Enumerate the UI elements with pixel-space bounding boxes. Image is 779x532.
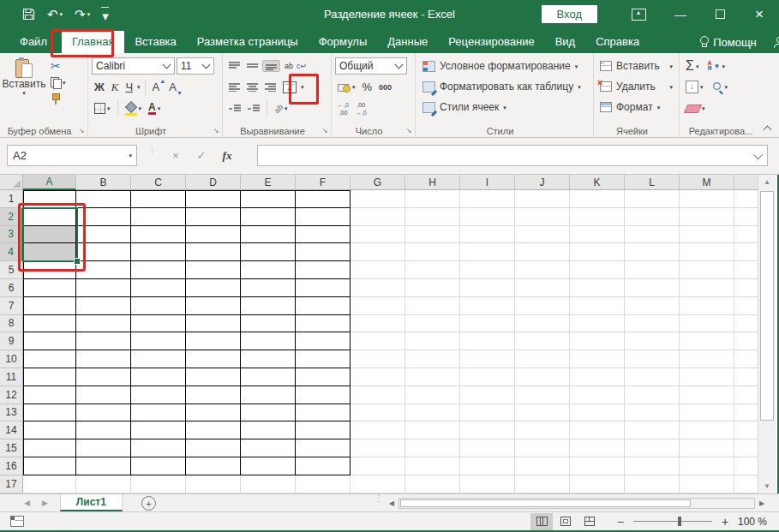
copy-button[interactable]: ▾ (48, 76, 84, 89)
number-format-select[interactable]: Общий (335, 57, 407, 75)
borders-button[interactable]: ▾ (92, 102, 113, 115)
sign-in-button[interactable]: Вход (542, 5, 597, 23)
zoom-slider-track[interactable] (633, 521, 712, 522)
cell-M6[interactable] (680, 279, 734, 297)
cell-H14[interactable] (405, 421, 460, 439)
cell-B2[interactable] (76, 208, 131, 226)
cell-A15[interactable] (23, 439, 76, 457)
cell-D3[interactable] (186, 226, 241, 244)
cell-B15[interactable] (76, 439, 131, 457)
cell-C5[interactable] (131, 261, 186, 279)
formula-bar-expand-icon[interactable] (753, 149, 763, 158)
cell-L17[interactable] (625, 475, 680, 493)
cell-I14[interactable] (460, 421, 515, 439)
cell-K13[interactable] (570, 404, 625, 422)
cell-M2[interactable] (680, 208, 734, 226)
borders-dropdown-icon[interactable]: ▾ (107, 105, 111, 111)
insert-function-button[interactable]: fx (214, 149, 240, 163)
cell-E9[interactable] (241, 332, 296, 350)
conditional-formatting-dropdown-icon[interactable]: ▾ (575, 63, 578, 69)
increase-indent-button[interactable] (245, 104, 262, 114)
font-color-dropdown-icon[interactable]: ▾ (158, 105, 161, 111)
column-header-M[interactable]: M (680, 175, 734, 190)
cell-I17[interactable] (460, 475, 515, 493)
zoom-slider-thumb[interactable] (678, 517, 681, 526)
format-painter-button[interactable] (48, 93, 84, 105)
cell-J11[interactable] (515, 368, 570, 386)
cell-E14[interactable] (241, 421, 296, 439)
cell-K17[interactable] (570, 475, 625, 493)
cell-G16[interactable] (351, 457, 405, 475)
tab-file[interactable]: Файл (5, 31, 62, 53)
cell-J14[interactable] (515, 421, 570, 439)
cell-D10[interactable] (186, 350, 241, 368)
macro-record-icon[interactable] (10, 516, 24, 527)
cell-partial-7[interactable] (734, 297, 758, 315)
cell-L6[interactable] (625, 279, 680, 297)
cell-H5[interactable] (405, 261, 460, 279)
cell-L3[interactable] (625, 226, 680, 244)
cell-styles-button[interactable]: Стили ячеек ▾ (419, 97, 590, 117)
cell-K11[interactable] (570, 368, 625, 386)
zoom-out-button[interactable]: − (614, 515, 626, 529)
cell-J4[interactable] (515, 243, 570, 261)
cell-partial-2[interactable] (734, 208, 758, 226)
cell-B13[interactable] (76, 404, 131, 422)
fill-button[interactable]: ↓▾ (683, 80, 706, 94)
align-top-button[interactable] (226, 61, 243, 71)
cell-J9[interactable] (515, 332, 570, 350)
save-icon[interactable] (22, 8, 35, 21)
cell-partial-13[interactable] (734, 404, 758, 422)
clear-button[interactable]: ▾ (683, 104, 708, 114)
cell-F13[interactable] (296, 404, 351, 422)
italic-button[interactable]: К (109, 80, 122, 95)
cell-L8[interactable] (625, 315, 680, 333)
cell-H13[interactable] (405, 404, 460, 422)
row-header-16[interactable]: 16 (0, 457, 23, 475)
cell-K12[interactable] (570, 386, 625, 404)
sheet-prev-icon[interactable]: ◀ (24, 499, 30, 507)
column-header-G[interactable]: G (351, 175, 405, 190)
cell-C1[interactable] (131, 190, 186, 208)
cell-L9[interactable] (625, 332, 680, 350)
cell-H8[interactable] (405, 315, 460, 333)
cell-D2[interactable] (186, 208, 241, 226)
cell-F11[interactable] (296, 368, 351, 386)
cell-J16[interactable] (515, 457, 570, 475)
cell-J6[interactable] (515, 279, 570, 297)
cell-A2[interactable] (23, 208, 76, 226)
formula-input[interactable] (257, 145, 768, 166)
cell-A10[interactable] (23, 350, 76, 368)
share-button[interactable]: Поделиться (765, 31, 779, 53)
cell-E2[interactable] (241, 208, 296, 226)
cell-C13[interactable] (131, 404, 186, 422)
cell-B17[interactable] (76, 475, 131, 493)
cell-L11[interactable] (625, 368, 680, 386)
align-bottom-button[interactable] (262, 60, 280, 72)
cell-H7[interactable] (405, 297, 460, 315)
cell-partial-1[interactable] (734, 190, 758, 208)
row-header-2[interactable]: 2 (0, 208, 23, 226)
row-header-1[interactable]: 1 (0, 190, 23, 208)
zoom-level[interactable]: 100 % (733, 516, 767, 528)
minimize-button[interactable]: — (661, 0, 700, 28)
row-header-3[interactable]: 3 (0, 226, 23, 244)
cell-E1[interactable] (241, 190, 296, 208)
cell-B5[interactable] (76, 261, 131, 279)
cell-G15[interactable] (351, 439, 405, 457)
cell-E13[interactable] (241, 404, 296, 422)
cell-A4[interactable] (23, 243, 76, 261)
cell-L5[interactable] (625, 261, 680, 279)
cell-D13[interactable] (186, 404, 241, 422)
vertical-scrollbar[interactable]: ▲ ▼ (758, 175, 776, 493)
cell-H10[interactable] (405, 350, 460, 368)
cell-F6[interactable] (296, 279, 351, 297)
alignment-dialog-launcher[interactable]: ↘ (321, 127, 329, 135)
column-header-E[interactable]: E (241, 175, 296, 190)
wrap-text-button[interactable]: abc↵ (282, 62, 309, 70)
cell-E11[interactable] (241, 368, 296, 386)
undo-dropdown-icon[interactable]: ▾ (60, 11, 63, 17)
confirm-entry-button[interactable]: ✓ (189, 149, 214, 162)
name-box[interactable]: A2 ▾ (7, 145, 137, 166)
cancel-entry-button[interactable]: × (163, 149, 189, 162)
